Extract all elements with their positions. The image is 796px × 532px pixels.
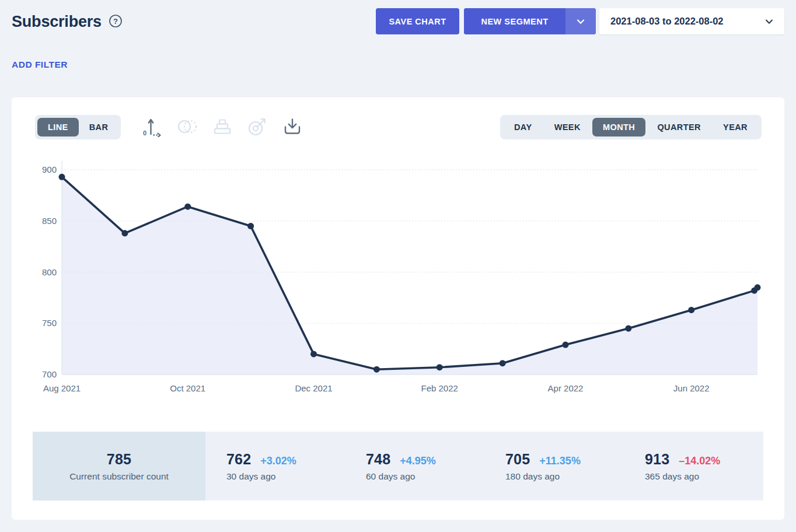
stat-delta: –14.02% — [679, 455, 720, 467]
stat-label: 365 days ago — [645, 471, 699, 482]
stat-value: 748 — [366, 451, 390, 468]
svg-text:0: 0 — [143, 130, 146, 136]
stat-delta: +4.95% — [400, 455, 436, 467]
data-point[interactable]: Feb 2022: 707 — [437, 364, 443, 370]
period-year[interactable]: YEAR — [713, 118, 758, 137]
x-tick-label: Jun 2022 — [673, 383, 710, 393]
chart-type-bar[interactable]: BAR — [79, 118, 119, 137]
stat-value: 762 — [226, 451, 251, 468]
stat-top: 913–14.02% — [645, 451, 720, 468]
stat-label: Current subscriber count — [69, 471, 169, 482]
data-point[interactable]: Sep 2021: 838 — [121, 230, 128, 236]
x-tick-label: Feb 2022 — [421, 383, 458, 393]
data-point[interactable]: May 2022: 745 — [625, 326, 631, 332]
area-fill — [62, 177, 757, 374]
compare-overlap-icon — [177, 117, 197, 138]
line-chart: 900850800750700Aug 2021: 893Sep 2021: 83… — [12, 153, 784, 401]
page-header: Subscribers ? — [12, 9, 123, 34]
chevron-down-icon — [577, 17, 585, 26]
download-icon-button[interactable] — [282, 117, 302, 138]
stat-cell-current[interactable]: 785Current subscriber count — [33, 432, 205, 501]
y-tick-label: 900 — [42, 164, 57, 174]
y-tick-label: 700 — [42, 369, 57, 379]
y-tick-label: 850 — [42, 216, 57, 226]
y-tick-label: 750 — [42, 318, 57, 328]
add-filter-link[interactable]: ADD FILTER — [12, 60, 68, 70]
stacked-layers-icon — [213, 117, 232, 138]
x-tick-label: Apr 2022 — [548, 383, 584, 393]
new-segment-button[interactable]: NEW SEGMENT — [464, 8, 596, 34]
chart-type-toggle: LINEBAR — [35, 115, 121, 139]
x-tick-label: Aug 2021 — [43, 383, 81, 393]
chart-toolbar-icons: 0 — [142, 115, 302, 139]
page-title: Subscribers — [12, 13, 102, 31]
chart-card: LINEBAR 0 DAYWEEKMONTHQUARTERYEAR 900850… — [12, 97, 784, 520]
new-segment-dropdown[interactable] — [565, 8, 596, 34]
x-tick-label: Oct 2021 — [170, 383, 205, 393]
download-icon — [283, 117, 302, 138]
stats-row: 785Current subscriber count762+3.02%30 d… — [33, 432, 763, 501]
data-point[interactable]: Jun 2022: 763 — [688, 307, 694, 313]
axis-scale-icon-button[interactable]: 0 — [142, 117, 162, 138]
x-tick-label: Dec 2021 — [295, 383, 332, 393]
stat-top: 748+4.95% — [366, 451, 436, 468]
stat-cell[interactable]: 748+4.95%60 days ago — [345, 432, 484, 501]
data-point[interactable]: Jan 2022: 705 — [373, 366, 380, 373]
stacked-layers-icon-button — [212, 117, 232, 138]
data-point[interactable]: Dec 2021: 720 — [310, 351, 317, 357]
help-icon: ? — [109, 14, 123, 30]
date-range-selector[interactable]: 2021-08-03 to 2022-08-02 — [599, 8, 784, 34]
goal-icon — [247, 117, 267, 138]
stat-cell[interactable]: 913–14.02%365 days ago — [624, 432, 763, 501]
period-day[interactable]: DAY — [504, 118, 542, 137]
data-point[interactable]: Mar 2022: 711 — [500, 360, 506, 366]
data-point[interactable]: Apr 2022: 729 — [563, 342, 569, 348]
new-segment-label[interactable]: NEW SEGMENT — [464, 8, 565, 34]
stat-label: 60 days ago — [366, 471, 415, 482]
help-button[interactable]: ? — [109, 14, 123, 30]
stat-cell[interactable]: 705+11.35%180 days ago — [484, 432, 624, 501]
axis-scale-icon: 0 — [143, 116, 162, 139]
stat-top: 705+11.35% — [505, 451, 581, 468]
stat-top: 785 — [107, 451, 131, 468]
line-chart-svg: 900850800750700Aug 2021: 893Sep 2021: 83… — [12, 153, 784, 401]
stat-delta: +11.35% — [539, 455, 581, 467]
stat-value: 785 — [107, 451, 131, 468]
goal-icon-button — [247, 117, 267, 138]
svg-text:?: ? — [113, 16, 118, 25]
stat-top: 762+3.02% — [226, 451, 296, 468]
save-chart-label: SAVE CHART — [389, 17, 446, 26]
data-point[interactable]: Aug 2021: 893 — [59, 174, 65, 180]
stat-label: 30 days ago — [226, 471, 275, 482]
data-point[interactable]: Nov 2021: 845 — [247, 223, 254, 229]
stat-value: 913 — [645, 451, 669, 468]
y-tick-label: 800 — [42, 267, 57, 277]
stat-cell[interactable]: 762+3.02%30 days ago — [205, 432, 345, 501]
save-chart-button[interactable]: SAVE CHART — [376, 8, 459, 34]
stat-value: 705 — [505, 451, 530, 468]
period-week[interactable]: WEEK — [544, 118, 591, 137]
date-range-value: 2021-08-03 to 2022-08-02 — [610, 16, 724, 27]
data-point[interactable]: Aug 2022: 785 — [755, 284, 761, 290]
chevron-down-icon — [765, 16, 773, 27]
stat-delta: +3.02% — [260, 455, 296, 467]
data-point[interactable]: Oct 2021: 864 — [184, 204, 191, 210]
chart-type-line[interactable]: LINE — [37, 118, 79, 137]
period-toggle: DAYWEEKMONTHQUARTERYEAR — [500, 115, 762, 139]
stat-label: 180 days ago — [505, 471, 560, 482]
period-quarter[interactable]: QUARTER — [647, 118, 711, 137]
period-month[interactable]: MONTH — [592, 118, 645, 137]
compare-overlap-icon-button — [177, 117, 197, 138]
